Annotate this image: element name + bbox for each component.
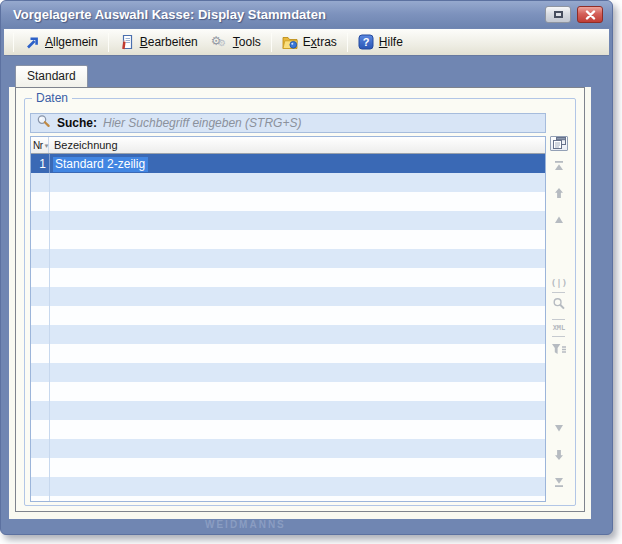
table-row-empty[interactable]	[31, 230, 545, 249]
toolbar-separator	[108, 33, 109, 52]
move-up-button[interactable]	[552, 185, 566, 203]
table-row-empty[interactable]	[31, 344, 545, 363]
navigator-separator	[552, 319, 565, 320]
daten-group-label: Daten	[32, 91, 72, 105]
navigator-bottom-group	[552, 420, 566, 492]
allgemein-label: Allgemein	[45, 35, 98, 49]
column-chooser-button[interactable]	[550, 136, 568, 151]
titlebar[interactable]: Vorgelagerte Auswahl Kasse: Display Stam…	[1, 1, 612, 28]
data-grid: Nr ▼ Bezeichnung 1 Standard 2-z	[30, 136, 546, 502]
table-row-empty[interactable]	[31, 287, 545, 306]
page-up-button[interactable]	[552, 212, 566, 230]
grid-header-row: Nr ▼ Bezeichnung	[31, 137, 545, 154]
bearbeiten-label: Bearbeiten	[140, 35, 198, 49]
table-row-empty[interactable]	[31, 173, 545, 192]
move-down-button[interactable]	[552, 447, 566, 465]
daten-groupbox: Daten Suche:	[24, 98, 576, 506]
navigator-separator	[552, 292, 565, 293]
table-row-empty[interactable]	[31, 382, 545, 401]
page-down-button[interactable]	[552, 420, 566, 438]
close-button[interactable]	[577, 6, 603, 23]
extras-label: Extras	[303, 35, 337, 49]
tab-standard[interactable]: Standard	[15, 65, 88, 87]
folder-extras-icon	[282, 34, 298, 50]
cell-nr: 1	[31, 157, 49, 171]
table-row-empty[interactable]	[31, 401, 545, 420]
table-row-empty[interactable]	[31, 306, 545, 325]
xml-export-button[interactable]: XML	[553, 324, 566, 332]
expression-brackets-button[interactable]: (|)	[551, 278, 567, 288]
scroll-to-top-button[interactable]	[552, 158, 566, 176]
help-icon: ?	[358, 34, 374, 50]
grid-navigator-strip: (|) XML	[547, 136, 571, 502]
find-button[interactable]	[552, 297, 566, 315]
tools-button[interactable]: ⚙⚙ Tools	[205, 32, 268, 52]
column-chooser-icon	[553, 135, 566, 153]
dialog-window: Vorgelagerte Auswahl Kasse: Display Stam…	[0, 0, 613, 535]
allgemein-button[interactable]: Allgemein	[17, 32, 105, 52]
navigator-top-group	[552, 158, 566, 230]
table-row-empty[interactable]	[31, 420, 545, 439]
window-title: Vorgelagerte Auswahl Kasse: Display Stam…	[13, 7, 539, 22]
background-ghost-text: WEIDMANNS	[205, 519, 286, 530]
filter-button[interactable]	[551, 341, 567, 359]
toolbar-separator	[347, 33, 348, 52]
table-row-empty[interactable]	[31, 192, 545, 211]
table-row-empty[interactable]	[31, 477, 545, 496]
bearbeiten-button[interactable]: Bearbeiten	[112, 32, 205, 52]
edit-document-icon	[119, 34, 135, 50]
table-row-empty[interactable]	[31, 496, 545, 501]
table-row-empty[interactable]	[31, 211, 545, 230]
column-header-bezeichnung[interactable]: Bezeichnung	[49, 137, 545, 153]
toolbar-separator	[271, 33, 272, 52]
svg-text:?: ?	[362, 36, 369, 48]
tab-page: Daten Suche:	[15, 87, 585, 512]
table-row-empty[interactable]	[31, 363, 545, 382]
table-row-selected[interactable]: 1 Standard 2-zeilig	[31, 154, 545, 173]
grid-area: Nr ▼ Bezeichnung 1 Standard 2-z	[30, 136, 571, 502]
search-icon	[36, 114, 51, 133]
tab-strip: Standard	[1, 56, 612, 87]
hilfe-label: Hilfe	[379, 35, 403, 49]
close-icon	[585, 6, 596, 24]
table-row-empty[interactable]	[31, 458, 545, 477]
table-row-empty[interactable]	[31, 325, 545, 344]
hilfe-button[interactable]: ? Hilfe	[351, 32, 410, 52]
search-input[interactable]	[103, 116, 540, 130]
tools-label: Tools	[233, 35, 261, 49]
tab-page-area: Daten Suche:	[9, 87, 591, 519]
table-row-empty[interactable]	[31, 249, 545, 268]
search-bar[interactable]: Suche:	[30, 113, 546, 133]
table-row-empty[interactable]	[31, 439, 545, 458]
column-header-bezeichnung-label: Bezeichnung	[54, 139, 118, 151]
column-header-nr[interactable]: Nr ▼	[31, 137, 49, 153]
cell-bezeichnung: Standard 2-zeilig	[49, 157, 148, 171]
arrow-up-right-icon	[24, 34, 40, 50]
toolbar-separator	[13, 33, 14, 52]
grid-rows: 1 Standard 2-zeilig	[31, 154, 545, 501]
navigator-middle-group: (|) XML	[551, 278, 567, 359]
scroll-to-bottom-button[interactable]	[552, 474, 566, 492]
table-row-empty[interactable]	[31, 268, 545, 287]
navigator-separator	[552, 336, 565, 337]
restore-icon	[554, 11, 563, 18]
main-toolbar: Allgemein Bearbeiten ⚙⚙ Tools	[4, 29, 609, 56]
gears-icon: ⚙⚙	[212, 34, 228, 50]
search-label: Suche:	[57, 116, 97, 130]
column-header-nr-label: Nr	[33, 140, 43, 151]
restore-button[interactable]	[545, 6, 571, 23]
tab-standard-label: Standard	[27, 69, 76, 83]
extras-button[interactable]: Extras	[275, 32, 344, 52]
